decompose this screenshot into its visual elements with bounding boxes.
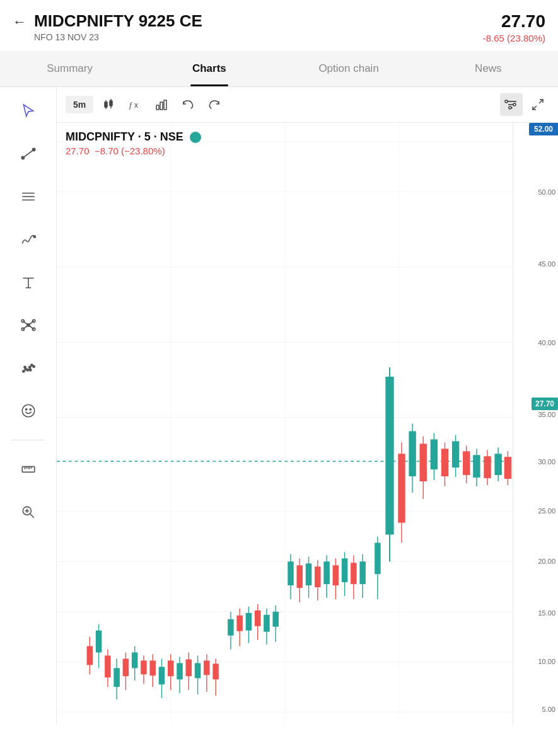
tab-bar: Summary Charts Option chain News bbox=[0, 51, 558, 87]
svg-rect-49 bbox=[164, 100, 166, 110]
svg-line-18 bbox=[28, 325, 34, 329]
cursor-tool[interactable] bbox=[15, 97, 42, 125]
tab-news[interactable]: News bbox=[419, 51, 558, 86]
svg-rect-94 bbox=[177, 663, 183, 680]
svg-point-6 bbox=[33, 236, 35, 238]
price-axis: 52.00 50.00 45.00 40.00 35.00 30.00 27.7… bbox=[513, 123, 558, 724]
svg-point-54 bbox=[513, 103, 516, 106]
header-title-group: MIDCPNIFTY 9225 CE NFO 13 NOV 23 bbox=[34, 11, 202, 42]
fx-button[interactable]: f x bbox=[124, 93, 146, 116]
header-left: ← MIDCPNIFTY 9225 CE NFO 13 NOV 23 bbox=[13, 11, 202, 42]
candlestick-button[interactable] bbox=[97, 93, 120, 116]
svg-line-56 bbox=[539, 100, 543, 103]
svg-rect-47 bbox=[156, 105, 159, 110]
back-button[interactable]: ← bbox=[13, 14, 26, 30]
chart-area[interactable]: MIDCPNIFTY · 5 · NSE 27.70 −8.70 (−23.80… bbox=[57, 123, 513, 724]
svg-rect-114 bbox=[272, 612, 279, 627]
svg-point-24 bbox=[33, 365, 35, 367]
svg-rect-98 bbox=[195, 663, 201, 679]
header: ← MIDCPNIFTY 9225 CE NFO 13 NOV 23 27.70… bbox=[0, 0, 558, 51]
svg-rect-96 bbox=[186, 660, 192, 677]
network-tool[interactable] bbox=[15, 311, 42, 339]
svg-point-53 bbox=[505, 100, 508, 103]
svg-rect-136 bbox=[385, 377, 393, 535]
svg-rect-126 bbox=[333, 565, 339, 585]
tab-summary[interactable]: Summary bbox=[0, 51, 139, 86]
svg-rect-150 bbox=[463, 451, 470, 475]
chart-panel: 5m f x bbox=[57, 87, 558, 724]
svg-rect-134 bbox=[375, 543, 381, 575]
svg-point-27 bbox=[22, 404, 35, 417]
svg-rect-82 bbox=[123, 659, 129, 677]
redo-button[interactable] bbox=[203, 93, 226, 116]
svg-line-57 bbox=[533, 106, 537, 110]
instrument-title: MIDCPNIFTY 9225 CE bbox=[34, 11, 202, 31]
svg-rect-152 bbox=[473, 455, 480, 478]
svg-rect-154 bbox=[484, 456, 491, 478]
svg-point-19 bbox=[22, 370, 24, 372]
svg-rect-120 bbox=[306, 563, 312, 585]
svg-rect-146 bbox=[441, 449, 448, 476]
svg-rect-110 bbox=[255, 610, 261, 626]
emoji-tool[interactable] bbox=[15, 397, 42, 425]
barchart-button[interactable] bbox=[150, 93, 173, 116]
price-label-40: 40.00 bbox=[538, 339, 555, 346]
current-price: 27.70 bbox=[483, 11, 545, 32]
svg-rect-90 bbox=[159, 667, 165, 684]
svg-rect-148 bbox=[452, 441, 459, 467]
price-label-30: 30.00 bbox=[538, 458, 555, 466]
instrument-subtitle: NFO 13 NOV 23 bbox=[34, 32, 202, 42]
tab-charts[interactable]: Charts bbox=[139, 51, 279, 86]
svg-rect-122 bbox=[315, 566, 321, 587]
svg-rect-78 bbox=[105, 656, 111, 678]
pencil-tool[interactable] bbox=[15, 226, 42, 253]
svg-rect-108 bbox=[246, 613, 252, 631]
scatter-tool[interactable] bbox=[15, 354, 42, 382]
tab-option-chain[interactable]: Option chain bbox=[279, 51, 419, 86]
svg-point-21 bbox=[26, 369, 28, 371]
svg-text:x: x bbox=[134, 101, 138, 110]
chart-price-info: 27.70 −8.70 (−23.80%) bbox=[66, 146, 201, 156]
svg-rect-74 bbox=[87, 646, 93, 665]
price-label-5: 5.00 bbox=[542, 706, 555, 713]
price-label-50: 50.00 bbox=[538, 188, 555, 196]
toolbar-divider bbox=[11, 440, 45, 440]
svg-point-55 bbox=[509, 106, 511, 109]
price-change: -8.65 (23.80%) bbox=[483, 33, 545, 43]
svg-point-25 bbox=[23, 366, 25, 368]
fullscreen-button[interactable] bbox=[526, 93, 549, 116]
line-tool[interactable] bbox=[15, 140, 42, 168]
svg-rect-142 bbox=[420, 444, 427, 481]
svg-rect-86 bbox=[141, 661, 147, 675]
live-indicator bbox=[190, 132, 201, 143]
svg-text:f: f bbox=[129, 100, 133, 110]
svg-rect-76 bbox=[96, 631, 102, 653]
svg-rect-156 bbox=[494, 454, 501, 475]
svg-rect-100 bbox=[204, 661, 210, 675]
price-label-10: 10.00 bbox=[538, 658, 555, 665]
chart-container: 5m f x bbox=[0, 87, 558, 724]
zoom-tool[interactable] bbox=[15, 498, 42, 526]
svg-rect-158 bbox=[504, 457, 511, 479]
timeframe-button[interactable]: 5m bbox=[66, 96, 93, 113]
text-tool[interactable] bbox=[15, 268, 42, 296]
svg-rect-106 bbox=[236, 616, 243, 631]
chart-info-overlay: MIDCPNIFTY · 5 · NSE 27.70 −8.70 (−23.80… bbox=[66, 130, 201, 156]
svg-rect-88 bbox=[149, 661, 156, 676]
svg-rect-130 bbox=[351, 563, 357, 584]
hlines-tool[interactable] bbox=[15, 183, 42, 210]
undo-button[interactable] bbox=[177, 93, 199, 116]
svg-point-22 bbox=[28, 366, 30, 368]
svg-rect-30 bbox=[22, 467, 35, 472]
svg-line-36 bbox=[30, 514, 33, 518]
svg-rect-39 bbox=[105, 102, 107, 107]
price-label-15: 15.00 bbox=[538, 609, 555, 617]
svg-rect-138 bbox=[398, 454, 405, 522]
price-label-45: 45.00 bbox=[538, 260, 555, 268]
svg-rect-112 bbox=[264, 615, 270, 632]
svg-rect-80 bbox=[113, 668, 120, 687]
price-label-35: 35.00 bbox=[538, 411, 555, 418]
svg-line-15 bbox=[23, 321, 28, 326]
filter-button[interactable] bbox=[500, 93, 523, 116]
ruler-tool[interactable] bbox=[15, 455, 42, 483]
